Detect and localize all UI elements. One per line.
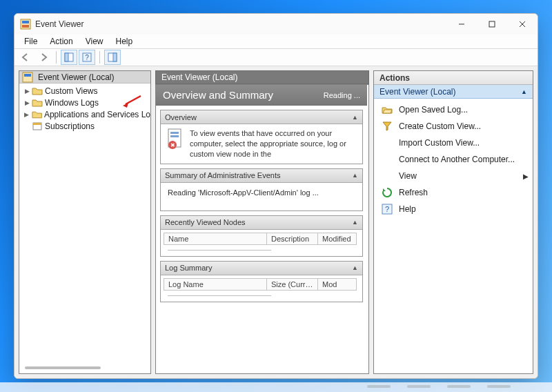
action-refresh[interactable]: Refresh: [374, 184, 533, 201]
center-header-label: Event Viewer (Local): [161, 72, 238, 82]
toolbar-divider: [56, 51, 57, 63]
tree-item-custom-views[interactable]: ▶ Custom Views: [19, 85, 150, 97]
body: Event Viewer (Local) ▶ Custom Views ▶ Wi…: [14, 66, 538, 378]
app-icon: [20, 19, 31, 30]
action-label: Import Custom View...: [399, 138, 480, 148]
actions-scope[interactable]: Event Viewer (Local) ▲: [374, 85, 533, 99]
col-modified[interactable]: Modified: [318, 233, 357, 245]
svg-rect-19: [170, 135, 179, 137]
menu-action[interactable]: Action: [44, 35, 78, 48]
chevron-right-icon[interactable]: ▶: [23, 99, 30, 106]
svg-rect-8: [65, 53, 68, 61]
col-mod[interactable]: Mod: [318, 278, 357, 291]
blank-icon: [381, 170, 393, 182]
tree-root-label: Event Viewer (Local): [38, 72, 115, 82]
folder-icon: [32, 109, 42, 120]
section-label: Overview: [165, 113, 197, 121]
collapse-icon[interactable]: ▲: [352, 219, 358, 226]
tree-item-apps-services[interactable]: ▶ Applications and Services Lo: [19, 108, 150, 120]
minimize-button[interactable]: [446, 14, 477, 35]
action-label: Refresh: [399, 188, 428, 197]
col-log-name[interactable]: Log Name: [164, 278, 267, 291]
toolbar-divider: [99, 51, 100, 63]
action-label: View: [399, 171, 417, 181]
overview-section: Overview ▲ ✖ To view events that have oc…: [160, 110, 363, 164]
center-pane: Event Viewer (Local) Overview and Summar…: [155, 70, 369, 374]
collapse-icon[interactable]: ▲: [521, 88, 527, 95]
actions-pane: Actions Event Viewer (Local) ▲ Open Save…: [373, 70, 533, 374]
help-icon: ?: [381, 203, 393, 215]
close-button[interactable]: [507, 14, 538, 35]
table-empty-line: [168, 293, 271, 296]
collapse-icon[interactable]: ▲: [352, 114, 358, 121]
event-viewer-icon: [22, 72, 33, 83]
admin-summary-section: Summary of Administrative Events ▲ Readi…: [160, 168, 363, 211]
tree-item-label: Applications and Services Lo: [44, 110, 150, 119]
table-header[interactable]: Name Description Modified: [164, 233, 359, 245]
overview-text: To view events that have occurred on you…: [190, 128, 357, 159]
center-scroll[interactable]: Overview and Summary Reading ... Overvie…: [156, 85, 368, 373]
svg-text:✖: ✖: [170, 142, 175, 148]
actions-header: Actions: [374, 71, 533, 85]
svg-rect-4: [489, 21, 495, 27]
menu-help[interactable]: Help: [110, 35, 139, 48]
tree-h-scrollbar[interactable]: [25, 366, 128, 369]
overview-title-bar: Overview and Summary Reading ...: [156, 85, 367, 106]
svg-text:?: ?: [385, 205, 389, 213]
properties-button[interactable]: [104, 50, 121, 65]
taskbar-partial: [0, 382, 552, 392]
nav-tree[interactable]: Event Viewer (Local) ▶ Custom Views ▶ Wi…: [19, 70, 151, 374]
table-header[interactable]: Log Name Size (Curr… Mod: [164, 278, 359, 291]
col-description[interactable]: Description: [267, 233, 318, 245]
maximize-button[interactable]: [477, 14, 507, 35]
folder-icon: [32, 97, 43, 108]
chevron-right-icon[interactable]: ▶: [23, 88, 30, 95]
action-open-saved-log[interactable]: Open Saved Log...: [374, 101, 533, 118]
collapse-icon[interactable]: ▲: [352, 264, 358, 271]
overview-title: Overview and Summary: [163, 89, 273, 101]
refresh-icon: [381, 186, 393, 199]
action-label: Create Custom View...: [399, 121, 481, 131]
log-info-icon: ✖: [166, 128, 184, 152]
tree-item-subscriptions[interactable]: Subscriptions: [19, 120, 150, 132]
actions-header-label: Actions: [379, 73, 410, 83]
help-toolbar-button[interactable]: ?: [79, 50, 95, 65]
action-help[interactable]: ? Help: [374, 201, 533, 217]
menu-view[interactable]: View: [80, 35, 109, 48]
section-label: Summary of Administrative Events: [165, 171, 281, 179]
section-header[interactable]: Recently Viewed Nodes ▲: [161, 216, 362, 230]
toolbar: ?: [14, 48, 538, 66]
tree-item-label: Windows Logs: [45, 98, 99, 108]
action-import-custom-view[interactable]: Import Custom View...: [374, 135, 533, 151]
spacer: [23, 123, 30, 130]
tree-item-windows-logs[interactable]: ▶ Windows Logs: [19, 97, 150, 108]
center-header: Event Viewer (Local): [155, 70, 369, 84]
section-body: ✖ To view events that have occurred on y…: [161, 124, 362, 164]
action-label: Connect to Another Computer...: [399, 155, 515, 164]
folder-icon: [32, 86, 43, 97]
show-tree-button[interactable]: [61, 50, 77, 65]
section-body: Reading 'Microsoft-AppV-Client/Admin' lo…: [161, 183, 362, 210]
section-header[interactable]: Log Summary ▲: [161, 262, 362, 275]
table-empty-line: [168, 248, 271, 251]
col-name[interactable]: Name: [164, 233, 267, 245]
action-connect-computer[interactable]: Connect to Another Computer...: [374, 151, 533, 168]
actions-list: Open Saved Log... Create Custom View... …: [374, 99, 533, 220]
chevron-right-icon[interactable]: ▶: [23, 111, 30, 118]
tree-root[interactable]: Event Viewer (Local): [19, 71, 150, 84]
menu-file[interactable]: File: [19, 35, 43, 48]
back-button[interactable]: [17, 50, 34, 65]
recent-table: Name Description Modified: [164, 233, 359, 251]
col-size[interactable]: Size (Curr…: [267, 278, 318, 291]
collapse-icon[interactable]: ▲: [352, 172, 358, 179]
action-view-submenu[interactable]: View ▶: [374, 168, 533, 184]
center-body: Overview and Summary Reading ... Overvie…: [155, 84, 369, 374]
section-label: Recently Viewed Nodes: [165, 218, 246, 226]
action-create-custom-view[interactable]: Create Custom View...: [374, 118, 533, 135]
section-header[interactable]: Summary of Administrative Events ▲: [161, 169, 362, 183]
tree-item-label: Custom Views: [45, 86, 97, 96]
action-label: Open Saved Log...: [399, 105, 468, 115]
section-header[interactable]: Overview ▲: [161, 110, 362, 124]
svg-rect-2: [22, 25, 29, 28]
forward-button[interactable]: [35, 50, 52, 65]
